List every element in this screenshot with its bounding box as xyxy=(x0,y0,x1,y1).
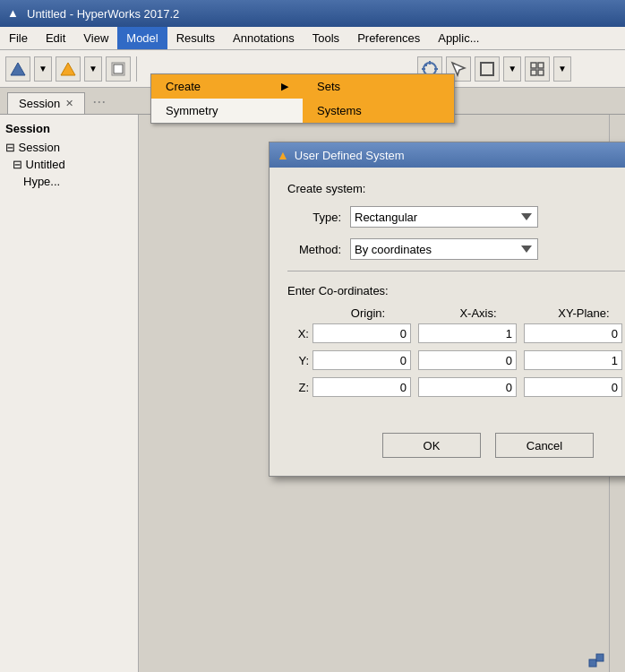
dialog-title-left: ▲ User Defined System xyxy=(277,148,405,162)
model-create[interactable]: Create ▶ xyxy=(151,74,303,99)
method-select[interactable]: By coordinates xyxy=(350,238,538,260)
y-origin-input[interactable] xyxy=(312,350,411,370)
menu-view[interactable]: View xyxy=(74,27,117,49)
create-system-label: Create system: xyxy=(287,182,625,195)
method-row: Method: By coordinates xyxy=(287,238,625,260)
y-xaxis-input[interactable] xyxy=(418,350,517,370)
tab-session-close[interactable]: ✕ xyxy=(65,98,73,109)
toolbar-sep-1 xyxy=(136,56,141,82)
menu-applic[interactable]: Applic... xyxy=(429,27,488,49)
model-col-1: Create ▶ Symmetry xyxy=(151,74,303,123)
y-label: Y: xyxy=(287,354,312,367)
menu-file[interactable]: File xyxy=(0,27,37,49)
tree-item-session[interactable]: ⊟ Session xyxy=(4,139,134,156)
model-col-2: Sets Systems xyxy=(303,74,454,123)
svg-rect-13 xyxy=(538,63,544,68)
toolbar-btn-2[interactable] xyxy=(56,56,81,82)
right-panel: ▲ User Defined System ✕ Create system: T… xyxy=(139,115,625,672)
menu-results[interactable]: Results xyxy=(167,27,224,49)
z-row: Z: xyxy=(287,377,625,397)
cancel-button[interactable]: Cancel xyxy=(495,433,594,458)
model-menu-dropdown: Create ▶ Symmetry Sets Systems xyxy=(150,73,455,124)
tree-item-hype[interactable]: Hype... xyxy=(21,173,134,190)
x-xyplane-input[interactable] xyxy=(524,323,622,343)
xaxis-header: X-Axis: xyxy=(429,306,527,320)
toolbar-btn-3[interactable] xyxy=(106,56,131,82)
menu-annotations[interactable]: Annotations xyxy=(224,27,304,49)
x-row: X: xyxy=(287,323,625,343)
coords-headers: Origin: X-Axis: XY-Plane: xyxy=(312,306,625,320)
menu-preferences[interactable]: Preferences xyxy=(348,27,429,49)
tree-item-untitled[interactable]: ⊟ Untitled xyxy=(11,156,134,173)
svg-rect-9 xyxy=(424,64,427,66)
toolbar-dropdown-4[interactable]: ▼ xyxy=(553,56,571,82)
dialog-divider xyxy=(287,271,625,271)
menu-edit[interactable]: Edit xyxy=(37,27,74,49)
type-select[interactable]: Rectangular xyxy=(350,206,538,228)
title-bar: ▲ Untitled - HyperWorks 2017.2 xyxy=(0,0,625,27)
session-panel-title: Session xyxy=(4,118,134,139)
menu-bar: File Edit View Model Results Annotations… xyxy=(0,27,625,50)
toolbar-dropdown-2[interactable]: ▼ xyxy=(84,56,102,82)
svg-marker-1 xyxy=(61,63,75,75)
app-icon: ▲ xyxy=(7,6,21,21)
svg-rect-17 xyxy=(596,654,604,661)
svg-rect-15 xyxy=(538,70,544,75)
z-xyplane-input[interactable] xyxy=(524,377,622,397)
y-xyplane-input[interactable] xyxy=(524,350,622,370)
method-label: Method: xyxy=(287,243,350,256)
svg-rect-16 xyxy=(589,659,596,667)
origin-header: Origin: xyxy=(314,306,422,320)
toolbar-dropdown-1[interactable]: ▼ xyxy=(34,56,52,82)
z-xaxis-input[interactable] xyxy=(418,377,517,397)
y-row: Y: xyxy=(287,350,625,370)
dialog-footer: OK Cancel xyxy=(270,418,625,476)
dialog-titlebar: ▲ User Defined System ✕ xyxy=(270,142,625,168)
menu-model[interactable]: Model xyxy=(117,27,167,49)
x-label: X: xyxy=(287,327,312,340)
svg-rect-12 xyxy=(531,63,536,68)
x-xaxis-input[interactable] xyxy=(418,323,517,343)
svg-rect-3 xyxy=(114,65,123,73)
enter-coords-label: Enter Co-ordinates: xyxy=(287,284,625,297)
toolbar: ▼ ▼ Create ▶ Symmetry Sets Systems xyxy=(0,50,625,88)
type-label: Type: xyxy=(287,211,350,224)
z-label: Z: xyxy=(287,381,312,394)
dialog-title-text: User Defined System xyxy=(295,149,405,162)
menu-tools[interactable]: Tools xyxy=(304,27,348,49)
dialog-content: Create system: Type: Rectangular Method:… xyxy=(270,168,625,418)
main-area: Session ⊟ Session ⊟ Untitled Hype... ▲ U… xyxy=(0,115,625,672)
x-origin-input[interactable] xyxy=(312,323,411,343)
corner-icon xyxy=(587,652,605,670)
svg-marker-0 xyxy=(11,63,25,75)
ok-button[interactable]: OK xyxy=(382,433,481,458)
left-panel: Session ⊟ Session ⊟ Untitled Hype... xyxy=(0,115,139,672)
toolbar-square-btn[interactable] xyxy=(475,56,500,82)
title-bar-text: Untitled - HyperWorks 2017.2 xyxy=(27,7,179,21)
tab-session-label: Session xyxy=(19,97,60,110)
xyplane-header: XY-Plane: xyxy=(535,306,625,320)
svg-rect-14 xyxy=(531,70,536,75)
toolbar-grid-btn[interactable] xyxy=(525,56,550,82)
svg-rect-11 xyxy=(481,63,493,75)
user-defined-system-dialog: ▲ User Defined System ✕ Create system: T… xyxy=(269,142,625,477)
toolbar-btn-1[interactable] xyxy=(5,56,30,82)
model-sets[interactable]: Sets xyxy=(303,74,454,99)
tab-session[interactable]: Session ✕ xyxy=(7,92,85,114)
model-systems[interactable]: Systems xyxy=(303,99,454,123)
type-row: Type: Rectangular xyxy=(287,206,625,228)
z-origin-input[interactable] xyxy=(312,377,411,397)
toolbar-dropdown-3[interactable]: ▼ xyxy=(503,56,521,82)
model-symmetry[interactable]: Symmetry xyxy=(151,99,303,123)
